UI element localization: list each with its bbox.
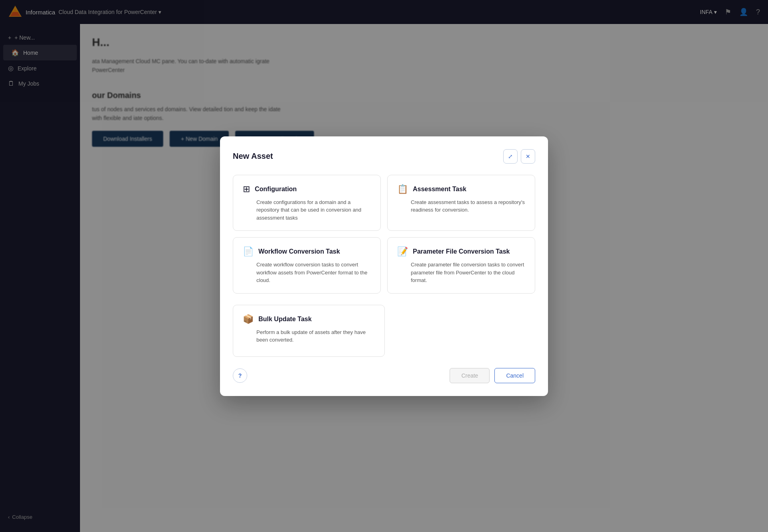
modal-overlay: New Asset ⤢ ✕ ⊞ Configuration Create con… [0,0,768,532]
modal-help-button[interactable]: ? [233,368,247,383]
workflow-conversion-card-desc: Create workflow conversion tasks to conv… [243,261,371,284]
modal-footer-actions: Create Cancel [450,368,535,383]
bulk-update-icon: 📦 [243,314,254,324]
close-modal-button[interactable]: ✕ [521,149,535,164]
new-asset-modal: New Asset ⤢ ✕ ⊞ Configuration Create con… [220,136,548,396]
close-icon: ✕ [526,153,530,160]
bulk-update-card-header: 📦 Bulk Update Task [243,314,375,324]
asset-cards-grid: ⊞ Configuration Create configurations fo… [233,175,535,294]
bulk-update-card-desc: Perform a bulk update of assets after th… [243,328,375,344]
parameter-file-icon: 📝 [397,246,408,257]
configuration-card-desc: Create configurations for a domain and a… [243,198,371,222]
configuration-card-header: ⊞ Configuration [243,184,371,194]
expand-icon: ⤢ [508,153,513,160]
single-card-row: 📦 Bulk Update Task Perform a bulk update… [233,305,535,357]
parameter-file-conversion-card[interactable]: 📝 Parameter File Conversion Task Create … [387,237,535,294]
expand-modal-button[interactable]: ⤢ [503,149,518,164]
parameter-file-conversion-card-header: 📝 Parameter File Conversion Task [397,246,525,257]
bulk-update-card[interactable]: 📦 Bulk Update Task Perform a bulk update… [233,305,385,357]
assessment-task-card[interactable]: 📋 Assessment Task Create assessment task… [387,175,535,231]
workflow-conversion-card-header: 📄 Workflow Conversion Task [243,246,371,257]
cancel-button[interactable]: Cancel [494,368,535,383]
assessment-task-card-title: Assessment Task [413,186,466,193]
configuration-card[interactable]: ⊞ Configuration Create configurations fo… [233,175,381,231]
configuration-card-title: Configuration [255,186,297,193]
bulk-update-card-title: Bulk Update Task [258,316,312,323]
help-question-icon: ? [238,372,242,379]
assessment-task-icon: 📋 [397,184,408,194]
workflow-conversion-icon: 📄 [243,246,254,257]
modal-header: New Asset ⤢ ✕ [233,149,535,164]
assessment-task-card-desc: Create assessment tasks to assess a repo… [397,198,525,214]
modal-title: New Asset [233,152,273,161]
modal-footer: ? Create Cancel [233,368,535,383]
workflow-conversion-card-title: Workflow Conversion Task [258,248,340,255]
parameter-file-conversion-card-desc: Create parameter file conversion tasks t… [397,261,525,284]
assessment-task-card-header: 📋 Assessment Task [397,184,525,194]
modal-header-actions: ⤢ ✕ [503,149,535,164]
workflow-conversion-card[interactable]: 📄 Workflow Conversion Task Create workfl… [233,237,381,294]
create-button[interactable]: Create [450,368,490,383]
parameter-file-conversion-card-title: Parameter File Conversion Task [413,248,510,255]
configuration-icon: ⊞ [243,184,250,194]
